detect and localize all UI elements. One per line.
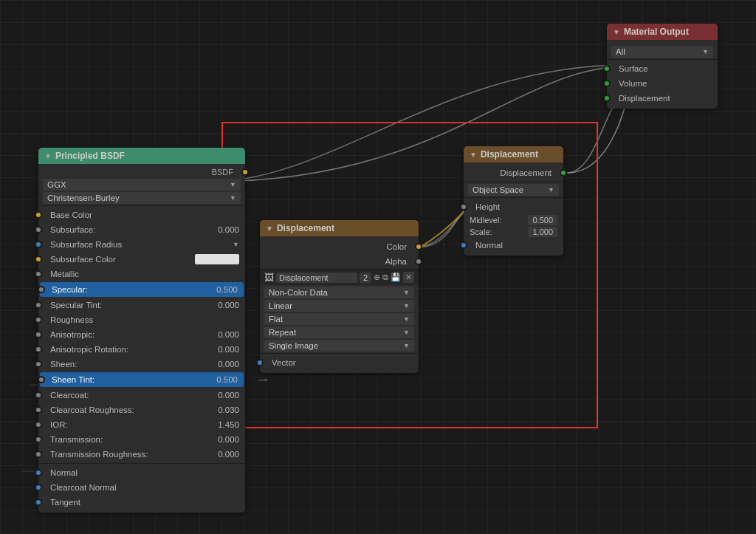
metallic-label: Metallic [50,270,239,278]
specular-tint-row: Specular Tint: 0.000 [38,298,245,312]
subsurface-row: Subsurface: 0.000 [38,222,245,237]
roughness-socket[interactable] [35,316,42,324]
disp-normal-socket[interactable] [460,242,467,249]
alpha-output-row: Alpha [260,254,419,269]
subsurface-color-swatch[interactable] [195,254,239,264]
remove-texture-button[interactable]: ✕ [403,272,414,283]
scale-label: Scale: [470,227,528,236]
node-principled-bsdf: ▼ Principled BSDF BSDF GGX ▼ Christensen… [38,148,245,513]
disp-normal-label: Normal [475,241,557,250]
extension-arrow: ▼ [403,329,410,336]
metallic-socket[interactable] [35,270,42,278]
sheen-label: Sheen: [50,360,218,369]
alpha-output-socket[interactable] [415,258,422,265]
interpolation-dropdown[interactable]: Linear ▼ [264,300,414,312]
clearcoat-roughness-label: Clearcoat Roughness: [50,405,218,414]
scale-row: Scale: 1.000 [464,226,563,238]
ior-row: IOR: 1.450 [38,417,245,432]
transmission-row: Transmission: 0.000 [38,432,245,447]
projection-label: Flat [269,315,283,324]
displacement-output-label: Displacement [470,168,551,177]
surface-label: Surface [619,64,712,73]
specular-tint-label: Specular Tint: [50,301,218,309]
sheen-value: 0.000 [218,360,239,369]
principled-bsdf-header[interactable]: ▼ Principled BSDF [38,148,245,164]
base-color-socket[interactable] [35,211,42,219]
subsurface-color-socket[interactable] [35,256,42,263]
clearcoat-socket[interactable] [35,391,42,399]
anisotropic-label: Anisotropic: [50,330,218,339]
distribution-dropdown[interactable]: GGX ▼ [43,179,241,191]
material-output-title: Material Output [624,27,689,37]
surface-socket[interactable] [603,65,611,72]
interpolation-arrow: ▼ [403,302,410,309]
transmission-value: 0.000 [218,435,239,444]
mat-displacement-socket[interactable] [603,95,611,102]
all-option-label: All [616,47,625,56]
anisotropic-socket[interactable] [35,331,42,338]
mat-displacement-row: Displacement [607,91,718,106]
clearcoat-roughness-socket[interactable] [35,406,42,414]
normal-socket[interactable] [35,469,42,476]
transmission-roughness-row: Transmission Roughness: 0.000 [38,447,245,462]
texture-name-field[interactable]: Displacement [276,273,357,283]
image-source-dropdown[interactable]: Single Image ▼ [264,340,414,352]
image-source-label: Single Image [269,341,318,350]
material-output-body: All ▼ Surface Volume Displacement [607,40,718,109]
projection-dropdown[interactable]: Flat ▼ [264,313,414,325]
bsdf-output-socket[interactable] [241,168,249,176]
roughness-row: Roughness [38,312,245,327]
vector-socket[interactable] [256,359,264,366]
image-texture-collapse: ▼ [266,225,273,233]
transmission-socket[interactable] [35,436,42,443]
displacement-vector-header[interactable]: ▼ Displacement [464,146,563,162]
tangent-row: Tangent [38,495,245,510]
height-socket[interactable] [460,203,467,210]
transmission-roughness-socket[interactable] [35,451,42,458]
new-texture-icon[interactable]: ⊕ [374,273,380,282]
texture-type-icon[interactable]: 🖼 [264,272,274,283]
color-output-socket[interactable] [415,243,422,250]
material-output-all-dropdown[interactable]: All ▼ [611,46,713,58]
color-space-dropdown[interactable]: Non-Color Data ▼ [264,287,414,298]
node-displacement-vector: ▼ Displacement Displacement Object Space… [464,146,563,256]
normal-label: Normal [50,468,239,477]
anisotropic-rotation-socket[interactable] [35,346,42,353]
specular-tint-socket[interactable] [35,301,42,309]
save-texture-icon[interactable]: 💾 [391,273,401,282]
material-output-header[interactable]: ▼ Material Output [607,24,718,40]
image-texture-header[interactable]: ▼ Displacement [260,220,419,236]
displacement-vector-body: Displacement Object Space ▼ Height Midle… [464,162,563,256]
texture-number-field[interactable]: 2 [360,273,371,283]
alpha-output-label: Alpha [266,257,407,266]
object-space-label: Object Space [472,185,523,194]
ior-label: IOR: [50,420,218,429]
volume-socket[interactable] [603,80,611,87]
sheen-tint-label: Sheen Tint: [52,375,216,384]
midlevel-label: Midlevel: [470,216,528,225]
displacement-vector-collapse: ▼ [470,151,477,159]
sheen-tint-socket[interactable] [38,376,45,383]
subsurface-radius-label: Subsurface Radius [50,240,233,249]
displacement-output-socket[interactable] [560,169,567,177]
specular-socket[interactable] [38,286,45,293]
copy-texture-icon[interactable]: ⧉ [382,273,388,282]
interpolation-label: Linear [269,301,292,310]
subsurface-radius-arrow: ▼ [233,241,239,248]
displacement-output-row: Displacement [464,165,563,180]
sheen-socket[interactable] [35,360,42,368]
height-row: Height [464,199,563,214]
color-space-arrow: ▼ [403,289,410,296]
extension-dropdown[interactable]: Repeat ▼ [264,326,414,338]
extension-label: Repeat [269,328,296,337]
ior-socket[interactable] [35,421,42,428]
subsurface-radius-socket[interactable] [35,241,42,248]
subsurface-socket[interactable] [35,226,42,233]
scale-value: 1.000 [528,227,557,237]
clearcoat-normal-socket[interactable] [35,484,42,491]
sheen-row: Sheen: 0.000 [38,357,245,372]
tangent-socket[interactable] [35,499,42,506]
roughness-label: Roughness [50,315,239,324]
object-space-dropdown[interactable]: Object Space ▼ [468,184,559,196]
subsurface-method-dropdown[interactable]: Christensen-Burley ▼ [43,192,241,204]
